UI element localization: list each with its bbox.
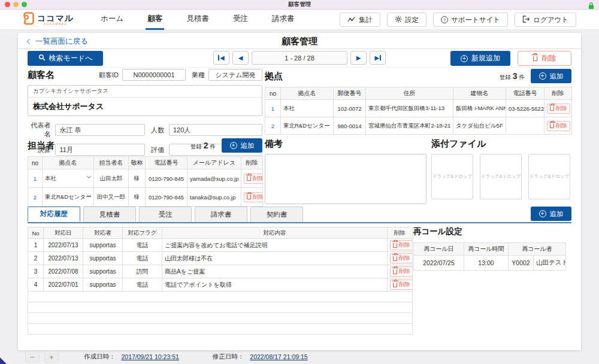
pager-next-button[interactable]: ▶ (350, 51, 367, 65)
app-logo[interactable]: ココマル COCOMARU (22, 12, 74, 28)
search-mode-button[interactable]: 検索モードへ (28, 51, 103, 66)
headcount-field[interactable] (169, 124, 262, 136)
add-location-button[interactable]: 追加 (531, 69, 571, 83)
delete-history-button[interactable]: 削除 (390, 240, 413, 250)
tab-quotes[interactable]: 見積書 (83, 207, 136, 222)
history-content[interactable]: 商品Aをご提案 (162, 265, 388, 278)
contact-location-select[interactable]: 東北R&Dセンター (43, 188, 94, 207)
history-flag[interactable]: 訪問 (123, 265, 162, 278)
tab-orders[interactable]: 受注 (139, 207, 192, 222)
row-number: 4 (28, 278, 44, 292)
headcount-label: 人数 (150, 126, 164, 135)
detail-tabs: 対応履歴 見積書 受注 請求書 契約書 追加 (28, 207, 571, 223)
nav-item-invoices[interactable]: 請求書 (270, 10, 297, 30)
location-name[interactable]: 本社 (281, 100, 334, 117)
location-zip[interactable]: 980-0014 (334, 117, 366, 135)
pager-first-button[interactable]: ◀ (213, 51, 229, 65)
tab-contracts[interactable]: 契約書 (250, 207, 303, 222)
customer-furigana[interactable]: カブシキカイシャサポータス (28, 86, 262, 98)
delete-customer-button[interactable]: 削除 (518, 51, 571, 66)
contact-honorific[interactable]: 様 (129, 169, 146, 188)
history-flag[interactable]: 電話 (123, 278, 162, 292)
location-address[interactable]: 宮城県仙台市青葉区本町2-18-21 (366, 117, 453, 135)
add-new-button[interactable]: 新規追加 (450, 51, 510, 66)
history-date[interactable]: 2022/07/01 (44, 278, 83, 292)
contact-honorific[interactable]: 様 (129, 188, 146, 207)
settings-button[interactable]: 設定 (387, 13, 426, 27)
history-date[interactable]: 2022/07/13 (44, 252, 83, 265)
history-date[interactable]: 2022/07/08 (44, 265, 83, 278)
recall-person-code[interactable]: Y0002 (509, 256, 534, 271)
contact-email[interactable]: yamada@sup.co.jp (187, 169, 241, 188)
customer-name[interactable]: 株式会社サポータス (28, 98, 262, 116)
contact-name[interactable]: 田中又一郎 (94, 188, 129, 207)
history-content[interactable]: 電話でアポイントを取得 (162, 278, 388, 292)
customer-id-field[interactable] (122, 69, 186, 81)
delete-location-button[interactable]: 削除 (547, 121, 570, 131)
contact-location-select[interactable]: 本社 (43, 169, 94, 188)
pager-last-button[interactable]: ▶ (370, 51, 386, 65)
history-section: No対応日対応者対応フラグ対応内容削除 1 2022/07/13 support… (28, 227, 412, 335)
recall-table: 再コール日 再コール時間 再コール者 2022/07/25 13:00 Y000… (413, 242, 566, 271)
file-dropzone[interactable]: ドラッグ&ドロップ (528, 154, 570, 199)
aggregate-button[interactable]: 集計 (340, 13, 380, 27)
history-flag[interactable]: 電話 (123, 252, 162, 265)
history-empty-row (28, 324, 413, 335)
logo-text: ココマル (37, 14, 74, 22)
back-to-list-link[interactable]: 一覧画面に戻る (28, 37, 88, 47)
contact-email[interactable]: tanaka@sup.co.jp (187, 188, 241, 207)
history-person[interactable]: supportas (83, 278, 123, 292)
tab-history[interactable]: 対応履歴 (28, 207, 80, 222)
recall-time[interactable]: 13:00 (464, 256, 509, 271)
add-contact-button[interactable]: 追加 (222, 138, 262, 153)
delete-location-button[interactable]: 削除 (547, 104, 570, 114)
location-building[interactable]: 飯田橋 i-MARK ANNEX9F (453, 100, 506, 117)
history-person[interactable]: supportas (83, 239, 123, 252)
notes-textarea[interactable] (265, 154, 426, 204)
location-tel[interactable] (506, 117, 544, 135)
location-zip[interactable]: 102-0072 (334, 100, 366, 117)
file-dropzone[interactable]: ドラッグ&ドロップ (480, 154, 522, 199)
recall-date[interactable]: 2022/07/25 (414, 256, 464, 271)
history-content[interactable]: ご提案内容を改めてお電話で補足説明 (162, 239, 388, 252)
nav-item-quotes[interactable]: 見積書 (184, 10, 211, 30)
history-content[interactable]: 山田太郎様は不在 (162, 252, 388, 265)
file-dropzone[interactable]: ドラッグ&ドロップ (431, 154, 473, 199)
delete-history-button[interactable]: 削除 (390, 280, 413, 290)
delete-history-button[interactable]: 削除 (390, 266, 413, 277)
zoom-out-button[interactable]: − (25, 351, 40, 363)
location-building[interactable]: タケダ仙台ビル5F (453, 117, 506, 135)
tab-invoices[interactable]: 請求書 (195, 207, 247, 222)
zoom-in-button[interactable]: + (44, 351, 59, 363)
contact-name[interactable]: 山田太郎 (94, 169, 129, 188)
modified-value[interactable]: 2022/08/17 21:09:15 (250, 353, 307, 360)
trash-icon (550, 123, 554, 128)
pager-range[interactable]: 1 - 28 / 28 (252, 51, 347, 65)
logout-button[interactable]: ログアウト (515, 13, 576, 27)
history-date[interactable]: 2022/07/13 (44, 239, 83, 252)
plus-circle-icon (539, 210, 546, 217)
location-address[interactable]: 東京都千代田区飯田橋3-11-13 (366, 100, 453, 117)
help-icon (441, 16, 448, 23)
support-site-button[interactable]: サポートサイト (433, 13, 508, 27)
pager-prev-button[interactable]: ◀ (232, 51, 249, 65)
delete-contact-button[interactable]: 削除 (244, 174, 263, 184)
add-history-button[interactable]: 追加 (531, 207, 571, 221)
history-person[interactable]: supportas (83, 252, 123, 265)
created-value[interactable]: 2017/09/21 10:23:51 (122, 353, 179, 360)
location-tel[interactable]: 03-5226-5622 (506, 100, 544, 117)
contact-tel[interactable]: 0120-790-845 (146, 169, 187, 188)
delete-history-button[interactable]: 削除 (390, 253, 413, 263)
nav-item-orders[interactable]: 受注 (231, 10, 250, 30)
recall-person-name[interactable]: 山田テスト (534, 256, 566, 271)
nav-item-customers[interactable]: 顧客 (146, 10, 164, 30)
delete-contact-button[interactable]: 削除 (244, 192, 263, 202)
location-name[interactable]: 東北R&Dセンター (281, 117, 334, 135)
contact-tel[interactable]: 0120-790-845 (146, 188, 187, 207)
history-flag[interactable]: 電話 (123, 239, 162, 252)
history-person[interactable]: supportas (83, 265, 123, 278)
history-empty-row (28, 313, 413, 324)
industry-field[interactable] (208, 69, 262, 81)
nav-item-home[interactable]: ホーム (99, 10, 125, 30)
representative-field[interactable] (55, 124, 145, 136)
